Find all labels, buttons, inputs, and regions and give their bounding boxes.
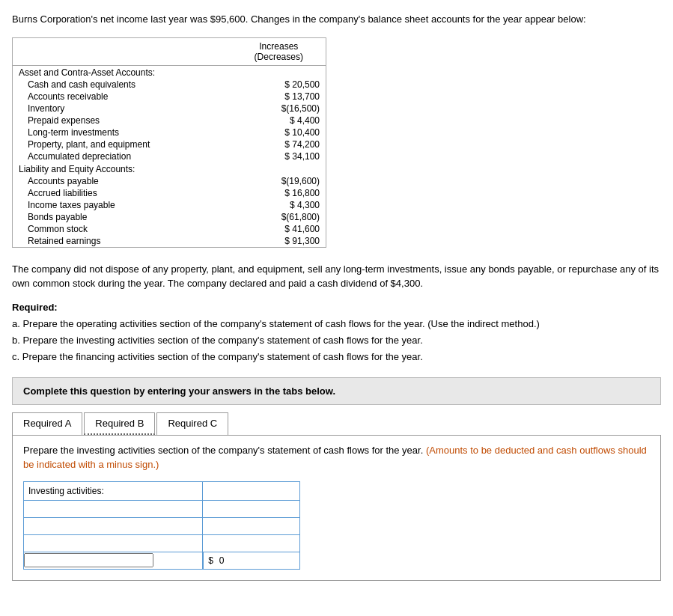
row-value: $ 91,300 <box>232 235 326 247</box>
row-value: $ 34,100 <box>232 150 326 162</box>
amt-cell-1 <box>203 500 299 517</box>
table-row: Property, plant, and equipment $ 74,200 <box>13 138 326 150</box>
table-row: Accounts receivable $ 13,700 <box>13 91 326 103</box>
required-item: b. Prepare the investing activities sect… <box>12 332 661 349</box>
required-item: c. Prepare the financing activities sect… <box>12 349 661 365</box>
row-label: Retained earnings <box>13 235 232 247</box>
table-row: Bonds payable $(61,800) <box>13 211 326 223</box>
row-label: Prepaid expenses <box>13 115 232 126</box>
required-item: a. Prepare the operating activities sect… <box>12 316 661 332</box>
balance-table-wrapper: Increases (Decreases) Asset and Contra-A… <box>12 37 326 248</box>
row-value: $ 4,400 <box>232 115 326 126</box>
table-row: Accounts payable $(19,600) <box>13 175 326 187</box>
amount-input-1[interactable] <box>203 501 299 517</box>
section-title-row: Investing activities: <box>24 482 299 501</box>
desc-input-1[interactable] <box>24 501 202 517</box>
balance-table: Increases (Decreases) Asset and Contra-A… <box>13 38 326 247</box>
row-label: Accrued liabilities <box>13 187 232 199</box>
description-text: The company did not dispose of any prope… <box>12 262 661 291</box>
required-items: a. Prepare the operating activities sect… <box>12 316 661 365</box>
total-row: $ <box>24 552 299 569</box>
row-value: $(19,600) <box>232 175 326 187</box>
desc-input-3[interactable] <box>24 535 202 552</box>
row-value: $ 74,200 <box>232 138 326 150</box>
total-dollar-sign: $ <box>204 552 216 569</box>
header-line1: Increases <box>259 41 298 52</box>
table-header-value: Increases (Decreases) <box>232 38 326 66</box>
row-label: Income taxes payable <box>13 199 232 211</box>
total-amt-cell: $ <box>203 552 299 569</box>
table-row: Inventory $(16,500) <box>13 103 326 115</box>
input-row-1 <box>24 500 299 517</box>
required-label: Required: <box>12 302 661 313</box>
desc-cell-2 <box>24 517 203 534</box>
row-value: $(16,500) <box>232 103 326 115</box>
table-row: Income taxes payable $ 4,300 <box>13 199 326 211</box>
input-row-2 <box>24 517 299 534</box>
tabs-container: Required ARequired BRequired C <box>12 412 661 436</box>
amt-cell-2 <box>203 517 299 534</box>
row-label: Accounts receivable <box>13 91 232 103</box>
complete-box: Complete this question by entering your … <box>12 377 661 405</box>
table-row: Asset and Contra-Asset Accounts: <box>13 65 326 79</box>
instruction-main: Prepare the investing activities section… <box>23 445 423 456</box>
input-table: Investing activities: <box>24 482 299 569</box>
table-row: Prepaid expenses $ 4,400 <box>13 115 326 126</box>
row-value <box>232 65 326 79</box>
row-label: Bonds payable <box>13 211 232 223</box>
row-value <box>232 162 326 175</box>
table-row: Accrued liabilities $ 16,800 <box>13 187 326 199</box>
total-label-input[interactable] <box>24 553 153 567</box>
table-row: Accumulated depreciation $ 34,100 <box>13 150 326 162</box>
row-label: Inventory <box>13 103 232 115</box>
row-label: Accumulated depreciation <box>13 150 232 162</box>
input-table-wrapper: Investing activities: <box>23 481 300 570</box>
section-title-cell: Investing activities: <box>24 482 203 501</box>
row-value: $ 13,700 <box>232 91 326 103</box>
amt-cell-3 <box>203 534 299 552</box>
amount-input-3[interactable] <box>203 535 299 552</box>
row-value: $ 41,600 <box>232 223 326 235</box>
table-row: Liability and Equity Accounts: <box>13 162 326 175</box>
table-row: Long-term investments $ 10,400 <box>13 126 326 138</box>
table-header-label <box>13 38 232 66</box>
amount-input-2[interactable] <box>203 518 299 534</box>
row-value: $ 16,800 <box>232 187 326 199</box>
row-value: $ 4,300 <box>232 199 326 211</box>
table-row: Retained earnings $ 91,300 <box>13 235 326 247</box>
section-title-amt-cell <box>203 482 299 501</box>
header-line2: (Decreases) <box>255 52 303 62</box>
tab-content: Prepare the investing activities section… <box>12 436 661 581</box>
total-amount-input[interactable] <box>216 552 276 569</box>
row-label: Common stock <box>13 223 232 235</box>
row-label: Cash and cash equivalents <box>13 79 232 91</box>
row-label: Accounts payable <box>13 175 232 187</box>
desc-cell-3 <box>24 534 203 552</box>
tab-required-c[interactable]: Required C <box>156 412 228 435</box>
table-row: Common stock $ 41,600 <box>13 223 326 235</box>
input-row-3 <box>24 534 299 552</box>
desc-cell-1 <box>24 500 203 517</box>
row-label: Property, plant, and equipment <box>13 138 232 150</box>
intro-text: Burns Corporation's net income last year… <box>12 12 661 27</box>
desc-input-2[interactable] <box>24 518 202 534</box>
tab-required-a[interactable]: Required A <box>12 412 82 435</box>
row-value: $(61,800) <box>232 211 326 223</box>
instruction-text: Prepare the investing activities section… <box>23 443 650 472</box>
row-label: Long-term investments <box>13 126 232 138</box>
row-label: Asset and Contra-Asset Accounts: <box>13 65 232 79</box>
row-value: $ 10,400 <box>232 126 326 138</box>
table-row: Cash and cash equivalents $ 20,500 <box>13 79 326 91</box>
row-label: Liability and Equity Accounts: <box>13 162 232 175</box>
row-value: $ 20,500 <box>232 79 326 91</box>
tab-required-b[interactable]: Required B <box>84 412 155 435</box>
total-label-cell <box>24 552 203 569</box>
